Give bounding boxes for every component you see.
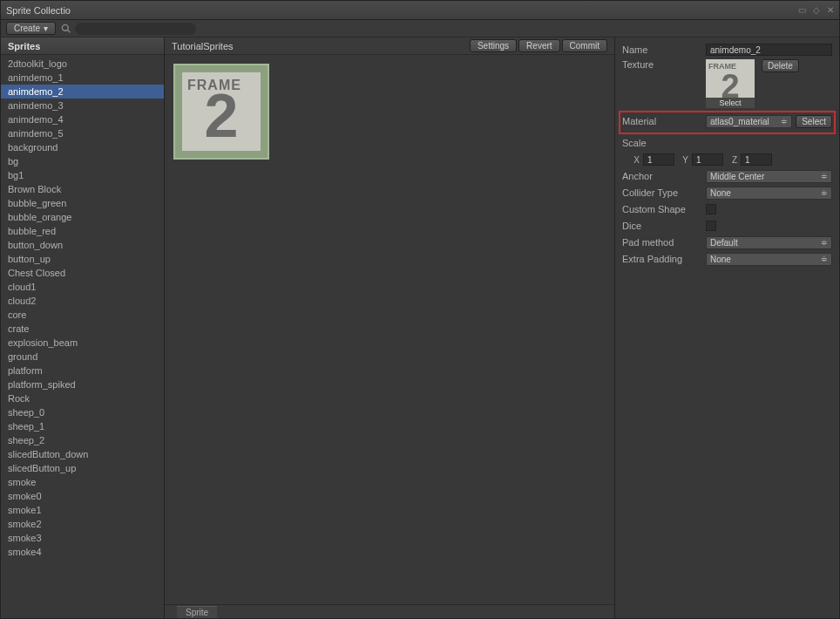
list-item[interactable]: ground (1, 350, 164, 364)
search-icon[interactable] (59, 23, 71, 35)
list-item[interactable]: sheep_2 (1, 433, 164, 447)
create-label: Create (14, 24, 40, 33)
texture-frame-label: FRAME (708, 62, 736, 71)
toolbar: Create ▾ (1, 20, 839, 37)
scale-y-input[interactable] (692, 153, 723, 166)
sprite-tab[interactable]: Sprite (177, 606, 217, 618)
y-label: Y (678, 155, 688, 165)
anchor-dropdown[interactable]: Middle Center (706, 170, 832, 183)
preview-area[interactable]: FRAME 2 (165, 55, 614, 604)
extra-padding-row: Extra Padding None (622, 252, 832, 266)
pad-method-label: Pad method (622, 237, 706, 248)
list-item[interactable]: button_down (1, 238, 164, 252)
pad-method-dropdown[interactable]: Default (706, 236, 832, 249)
list-item[interactable]: platform (1, 364, 164, 378)
texture-thumbnail[interactable]: FRAME 2 Select (706, 59, 755, 108)
scale-label: Scale (622, 138, 706, 148)
svg-line-1 (67, 31, 70, 33)
center-panel: TutorialSprites Settings Revert Commit F… (165, 37, 614, 618)
svg-point-0 (62, 24, 68, 31)
custom-shape-row: Custom Shape (622, 202, 832, 216)
list-item[interactable]: explosion_beam (1, 336, 164, 350)
list-item[interactable]: bubble_green (1, 196, 164, 210)
list-item[interactable]: bubble_orange (1, 210, 164, 224)
sprite-thumbnail[interactable]: FRAME 2 (173, 64, 269, 160)
texture-row: Texture FRAME 2 Select Delete (622, 59, 832, 108)
settings-button[interactable]: Settings (470, 39, 517, 52)
list-item[interactable]: Chest Closed (1, 266, 164, 280)
list-item[interactable]: smoke3 (1, 531, 164, 545)
dropdown-icon: ▾ (44, 24, 48, 33)
maximize-icon[interactable]: ◇ (813, 5, 820, 15)
create-button[interactable]: Create ▾ (6, 22, 56, 35)
list-item[interactable]: animdemo_1 (1, 71, 164, 85)
list-item[interactable]: smoke (1, 475, 164, 489)
list-item[interactable]: crate (1, 322, 164, 336)
window-header: Sprite Collectio ▭ ◇ ✕ (1, 1, 839, 20)
anchor-row: Anchor Middle Center (622, 169, 832, 183)
list-item[interactable]: button_up (1, 252, 164, 266)
collider-row: Collider Type None (622, 186, 832, 200)
list-item[interactable]: cloud1 (1, 280, 164, 294)
material-highlight: Material atlas0_material Select (619, 111, 836, 134)
dice-row: Dice (622, 219, 832, 233)
name-row: Name (622, 43, 832, 57)
list-item[interactable]: bubble_red (1, 224, 164, 238)
list-item[interactable]: background (1, 140, 164, 154)
sidebar-header: Sprites (1, 37, 164, 55)
sprite-list[interactable]: 2dtoolkit_logoanimdemo_1animdemo_2animde… (1, 55, 164, 618)
list-item[interactable]: smoke4 (1, 545, 164, 559)
list-item[interactable]: bg1 (1, 168, 164, 182)
revert-button[interactable]: Revert (518, 39, 559, 52)
list-item[interactable]: animdemo_5 (1, 126, 164, 140)
list-item[interactable]: bg (1, 154, 164, 168)
list-item[interactable]: cloud2 (1, 294, 164, 308)
list-item[interactable]: Rock (1, 391, 164, 405)
extra-padding-label: Extra Padding (622, 254, 706, 264)
minimize-icon[interactable]: ▭ (798, 5, 806, 15)
pad-method-row: Pad method Default (622, 235, 832, 249)
scale-z-input[interactable] (741, 153, 772, 166)
collider-dropdown[interactable]: None (706, 187, 832, 200)
list-item[interactable]: core (1, 308, 164, 322)
texture-select-overlay[interactable]: Select (706, 98, 755, 108)
close-icon[interactable]: ✕ (827, 5, 834, 15)
dice-checkbox[interactable] (706, 221, 716, 231)
list-item[interactable]: animdemo_2 (1, 85, 164, 99)
window-title: Sprite Collectio (6, 5, 798, 16)
list-item[interactable]: animdemo_4 (1, 112, 164, 126)
list-item[interactable]: slicedButton_up (1, 461, 164, 475)
list-item[interactable]: Brown Block (1, 182, 164, 196)
commit-button[interactable]: Commit (562, 39, 607, 52)
material-row: Material atlas0_material Select (622, 114, 832, 128)
custom-shape-checkbox[interactable] (706, 204, 716, 214)
name-input[interactable] (706, 44, 832, 56)
material-label: Material (622, 116, 706, 126)
collection-title: TutorialSprites (172, 41, 470, 51)
list-item[interactable]: sheep_0 (1, 405, 164, 419)
scale-row: X Y Z (622, 153, 832, 167)
list-item[interactable]: platform_spiked (1, 378, 164, 391)
list-item[interactable]: smoke0 (1, 489, 164, 503)
delete-button[interactable]: Delete (762, 59, 799, 72)
texture-label: Texture (622, 59, 706, 70)
list-item[interactable]: smoke1 (1, 503, 164, 517)
list-item[interactable]: smoke2 (1, 517, 164, 531)
list-item[interactable]: slicedButton_down (1, 447, 164, 461)
scale-label-row: Scale (622, 136, 832, 150)
scale-x-input[interactable] (643, 153, 674, 166)
custom-shape-label: Custom Shape (622, 204, 706, 214)
material-dropdown[interactable]: atlas0_material (706, 115, 792, 128)
list-item[interactable]: 2dtoolkit_logo (1, 57, 164, 71)
header-buttons: Settings Revert Commit (470, 39, 607, 52)
name-label: Name (622, 44, 706, 55)
anchor-label: Anchor (622, 171, 706, 181)
material-select-button[interactable]: Select (796, 115, 832, 128)
extra-padding-dropdown[interactable]: None (706, 253, 832, 266)
window-controls: ▭ ◇ ✕ (798, 5, 834, 15)
list-item[interactable]: sheep_1 (1, 419, 164, 433)
dice-label: Dice (622, 221, 706, 231)
list-item[interactable]: animdemo_3 (1, 99, 164, 112)
thumbnail-image: FRAME 2 (182, 72, 261, 151)
search-input[interactable] (75, 23, 196, 35)
